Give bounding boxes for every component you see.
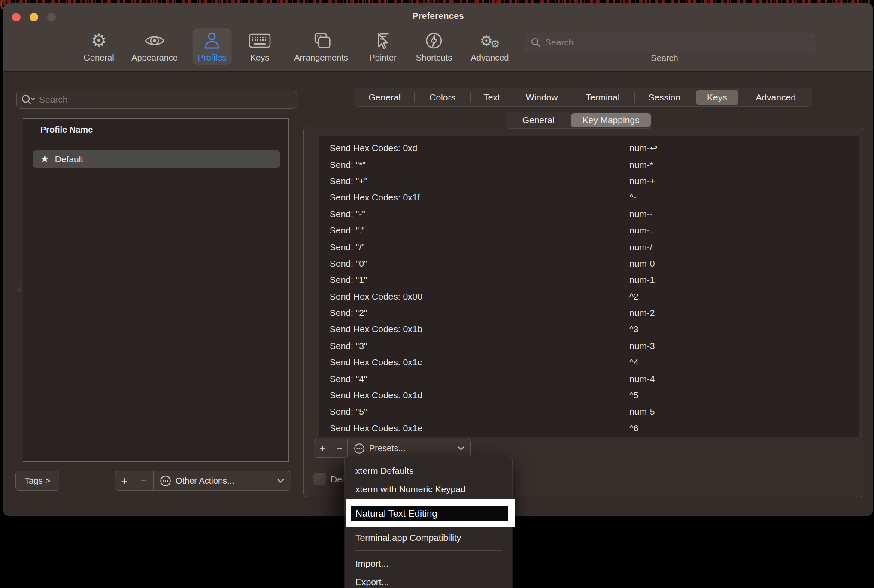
- remove-key-mapping-button[interactable]: −: [331, 439, 348, 457]
- key-mapping-row[interactable]: Send: "+"num-+: [319, 173, 859, 189]
- background-terminal-glyph: (: [0, 0, 3, 9]
- circle-ellipsis-icon: [160, 475, 171, 487]
- toolbar-item-advanced[interactable]: ⚙︎⚙︎Advanced: [466, 28, 514, 65]
- mapping-action: Send: "1": [330, 275, 367, 285]
- toolbar-item-appearance[interactable]: Appearance: [126, 28, 183, 65]
- mapping-key: num-3: [629, 341, 655, 351]
- toolbar-item-shortcuts[interactable]: Shortcuts: [411, 28, 457, 65]
- mapping-action: Send Hex Codes: 0x00: [330, 291, 422, 302]
- tab-keys[interactable]: Keys: [695, 88, 740, 106]
- presets-menu: xterm Defaultsxterm with Numeric KeypadN…: [345, 456, 512, 588]
- mapping-action: Send Hex Codes: 0xd: [330, 143, 417, 153]
- key-mapping-row[interactable]: Send: "5"num-5: [319, 403, 859, 420]
- toolbar-item-pointer[interactable]: Pointer: [364, 28, 401, 65]
- key-mapping-row[interactable]: Send: "."num-.: [319, 222, 859, 239]
- menu-item-xterm-with-numeric-keypad[interactable]: xterm with Numeric Keypad: [345, 480, 512, 498]
- menu-item-natural-text-editing[interactable]: Natural Text Editing: [351, 506, 508, 521]
- mapping-action: Send: "4": [330, 374, 367, 384]
- mapping-key: num-+: [629, 176, 655, 186]
- profile-list: Profile Name ★ Default: [23, 118, 289, 462]
- tab-session[interactable]: Session: [634, 88, 695, 106]
- menu-item-export[interactable]: Export...: [345, 573, 512, 588]
- gear-icon: ⚙︎: [91, 30, 107, 51]
- mapping-action: Send Hex Codes: 0x1d: [330, 390, 422, 400]
- menu-item-import[interactable]: Import...: [345, 554, 512, 573]
- other-actions-dropdown[interactable]: Other Actions...: [154, 471, 290, 490]
- toolbar-item-profiles[interactable]: Profiles: [193, 28, 232, 65]
- profile-list-header: Profile Name: [40, 125, 93, 135]
- key-mapping-row[interactable]: Send Hex Codes: 0x1e^6: [319, 420, 859, 436]
- key-mapping-row[interactable]: Send: "*"num-*: [319, 156, 859, 173]
- key-mapping-row[interactable]: Send Hex Codes: 0x1f^-: [319, 189, 859, 206]
- key-mapping-row[interactable]: Send Hex Codes: 0x1b^3: [319, 321, 859, 337]
- mapping-action: Send: "+": [330, 176, 367, 186]
- windows-icon: [311, 30, 331, 51]
- mapping-action: Send: "5": [330, 406, 367, 417]
- mapping-action: Send Hex Codes: 0x1e: [330, 423, 422, 433]
- tags-button[interactable]: Tags >: [15, 471, 59, 491]
- add-profile-button[interactable]: +: [115, 471, 134, 490]
- chevron-down-icon: [277, 479, 284, 483]
- settings-tabbar: GeneralColorsTextWindowTerminalSessionKe…: [355, 88, 812, 107]
- delete-sends-checkbox[interactable]: [313, 473, 326, 485]
- key-mapping-row[interactable]: Send: "0"num-0: [319, 255, 859, 272]
- delete-sends-label-partial: Del: [331, 474, 344, 485]
- profile-search-field[interactable]: Search: [16, 91, 297, 109]
- divider-handle-dot: [16, 287, 22, 293]
- mapping-action: Send: "0": [330, 258, 367, 269]
- mapping-action: Send Hex Codes: 0x1b: [330, 324, 422, 334]
- toolbar-search-label: Search: [525, 53, 804, 63]
- profile-name: Default: [55, 154, 84, 164]
- key-mapping-row[interactable]: Send: "/"num-/: [319, 239, 859, 255]
- profile-search-placeholder: Search: [39, 94, 68, 105]
- mapping-action: Send: "/": [330, 242, 364, 252]
- preferences-window: Preferences ⚙︎GeneralAppearanceProfilesK…: [3, 3, 873, 516]
- key-mapping-row[interactable]: Send Hex Codes: 0x1d^5: [319, 387, 859, 403]
- mapping-action: Send Hex Codes: 0x1f: [330, 192, 420, 203]
- key-mapping-actions-group: + − Presets...: [314, 439, 471, 458]
- subtab-general[interactable]: General: [507, 112, 570, 128]
- search-icon: [531, 37, 541, 48]
- toolbar-search-placeholder: Search: [545, 37, 574, 48]
- mapping-key: num-↩: [629, 143, 657, 153]
- mapping-action: Send: "*": [330, 160, 366, 170]
- tab-window[interactable]: Window: [513, 88, 571, 106]
- key-mapping-row[interactable]: Send: "2"num-2: [319, 305, 859, 321]
- key-mapping-row[interactable]: Send: "4"num-4: [319, 370, 859, 387]
- tab-terminal[interactable]: Terminal: [571, 88, 634, 106]
- key-mapping-row[interactable]: Send: "-"num--: [319, 206, 859, 222]
- mapping-key: num-4: [629, 374, 655, 384]
- mapping-action: Send: "-": [330, 209, 365, 219]
- chevron-down-icon: [458, 446, 464, 451]
- key-mapping-row[interactable]: Send Hex Codes: 0x1c^4: [319, 354, 859, 370]
- tab-advanced[interactable]: Advanced: [740, 88, 812, 106]
- circle-ellipsis-icon: [354, 443, 365, 454]
- subtab-key-mappings[interactable]: Key Mappings: [570, 112, 652, 128]
- presets-label: Presets...: [369, 443, 405, 453]
- pointer-icon: [373, 30, 392, 51]
- tab-general[interactable]: General: [355, 88, 414, 106]
- tab-colors[interactable]: Colors: [414, 88, 471, 106]
- key-mapping-row[interactable]: Send: "3"num-3: [319, 338, 859, 354]
- presets-dropdown[interactable]: Presets...: [348, 439, 470, 457]
- menu-item-terminal-app-compatibility[interactable]: Terminal.app Compatibility: [345, 528, 512, 547]
- key-mapping-row[interactable]: Send: "1"num-1: [319, 272, 859, 288]
- menu-item-xterm-defaults[interactable]: xterm Defaults: [345, 461, 512, 480]
- toolbar-item-keys[interactable]: Keys: [243, 28, 276, 65]
- tab-text[interactable]: Text: [470, 88, 513, 106]
- key-mapping-row[interactable]: Send Hex Codes: 0xdnum-↩: [319, 140, 859, 156]
- mapping-action: Send Hex Codes: 0x1c: [330, 357, 422, 367]
- key-mappings-table[interactable]: Send Hex Codes: 0xdnum-↩Send: "*"num-*Se…: [319, 136, 859, 437]
- star-icon: ★: [40, 153, 49, 165]
- toolbar-item-arrangements[interactable]: Arrangements: [289, 28, 353, 65]
- key-mapping-row[interactable]: Send Hex Codes: 0x00^2: [319, 288, 859, 305]
- window-chrome: Preferences ⚙︎GeneralAppearanceProfilesK…: [3, 3, 873, 72]
- toolbar-search-field[interactable]: Search: [525, 33, 815, 52]
- profile-row-default[interactable]: ★ Default: [33, 150, 280, 168]
- mapping-key: num-2: [629, 308, 655, 318]
- add-key-mapping-button[interactable]: +: [314, 439, 331, 457]
- mapping-key: num-/: [629, 242, 652, 252]
- profile-actions-group: + − Other Actions...: [115, 471, 291, 491]
- remove-profile-button[interactable]: −: [134, 471, 154, 490]
- toolbar-item-general[interactable]: ⚙︎General: [78, 28, 119, 65]
